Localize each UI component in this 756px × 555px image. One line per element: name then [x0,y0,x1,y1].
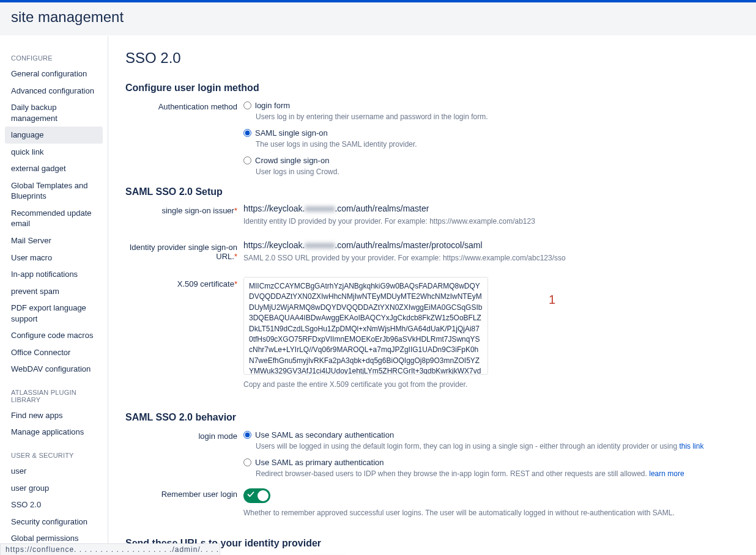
auth-method-label: Authentication method [125,100,243,111]
login-mode-secondary-radio[interactable] [243,431,251,439]
issuer-input[interactable]: https://keycloak.xxxxxxx.com/auth/realms… [243,204,738,213]
login-mode-label: login mode [125,429,243,441]
cert-textarea[interactable]: MIICmzCCAYMCBgGAtrhYzjANBgkqhkiG9w0BAQsF… [243,277,488,375]
remember-help: Whether to remember approved successful … [243,508,738,518]
sidebar-item[interactable]: Office Connector [5,344,103,361]
sidebar-item[interactable]: user group [5,480,103,497]
section-saml-setup: SAML SSO 2.0 Setup [125,186,738,197]
sidebar-item[interactable]: prevent spam [5,283,103,300]
sidebar: CONFIGUREGeneral configurationAdvanced c… [0,36,108,549]
idp-url-input[interactable]: https://keycloak.xxxxxxx.com/auth/realms… [243,240,738,250]
auth-method-radio[interactable] [243,156,251,164]
cert-help: Copy and paste the entire X.509 certific… [243,380,738,390]
sidebar-item[interactable]: external gadget [5,160,103,177]
sidebar-item[interactable]: User macro [5,249,103,266]
page-title: SSO 2.0 [125,50,738,67]
sidebar-item[interactable]: SSO 2.0 [5,496,103,513]
sidebar-item[interactable]: quick link [5,144,103,161]
auth-method-option-desc: The user logs in using the SAML identity… [256,139,738,150]
this-link[interactable]: this link [679,442,703,450]
issuer-label: single sign-on issuer [161,206,234,215]
sidebar-item[interactable]: Configure code macros [5,327,103,344]
sidebar-item[interactable]: Mail Server [5,232,103,249]
sidebar-item[interactable]: Find new apps [5,407,103,424]
auth-method-radio[interactable] [243,129,251,137]
auth-method-option-desc: User logs in using Crowd. [256,167,738,177]
sidebar-item[interactable]: user [5,463,103,480]
login-mode-primary-radio[interactable] [243,458,251,466]
sidebar-item[interactable]: language [5,127,103,144]
check-icon [247,490,254,500]
sidebar-item[interactable]: Recommended update email [5,205,103,232]
issuer-help: Identity entity ID provided by your prov… [243,216,738,227]
section-saml-behavior: SAML SSO 2.0 behavior [125,412,738,423]
sidebar-item[interactable]: Global Templates and Blueprints [5,177,103,205]
section-configure-login: Configure user login method [125,83,738,94]
sidebar-item[interactable]: PDF export language support [5,300,103,327]
header-title: site management [11,9,745,26]
auth-method-option-label: SAML single sign-on [255,128,328,138]
auth-method-option-desc: Users log in by entering their username … [256,112,738,122]
auth-method-option-label: login form [255,101,290,110]
main-content: SSO 2.0 Configure user login method Auth… [108,36,756,555]
login-mode-primary-label: Use SAML as primary authentication [255,458,384,467]
sidebar-item[interactable]: Daily backup management [5,99,103,127]
auth-method-option-label: Crowd single sign-on [255,156,329,165]
auth-method-radio[interactable] [243,101,251,109]
idp-url-label: Identity provider single sign-on URL. [130,243,237,261]
sidebar-item[interactable]: Manage applications [5,424,103,441]
remember-toggle[interactable] [243,488,270,503]
remember-label: Remember user login [125,488,243,499]
sidebar-item[interactable]: In-app notifications [5,266,103,283]
cert-label: X.509 certificate [177,279,234,289]
sidebar-item[interactable]: WebDAV configuration [5,361,103,378]
status-bar-url: https://confluence. . . . . . . . . . . … [0,543,220,555]
login-mode-secondary-label: Use SAML as secondary authentication [255,430,394,439]
sidebar-item[interactable]: Advanced configuration [5,83,103,100]
sidebar-section-label: ATLASSIAN PLUGIN LIBRARY [11,389,97,403]
sidebar-section-label: USER & SECURITY [11,452,97,459]
sidebar-section-label: CONFIGURE [11,54,97,62]
idp-url-help: SAML 2.0 SSO URL provided by your provid… [243,253,738,263]
header: site management [0,2,756,36]
sidebar-item[interactable]: General configuration [5,65,103,83]
sidebar-item[interactable]: Security configuration [5,513,103,531]
annotation-marker: 1 [549,293,555,307]
learn-more-link[interactable]: learn more [649,469,684,478]
